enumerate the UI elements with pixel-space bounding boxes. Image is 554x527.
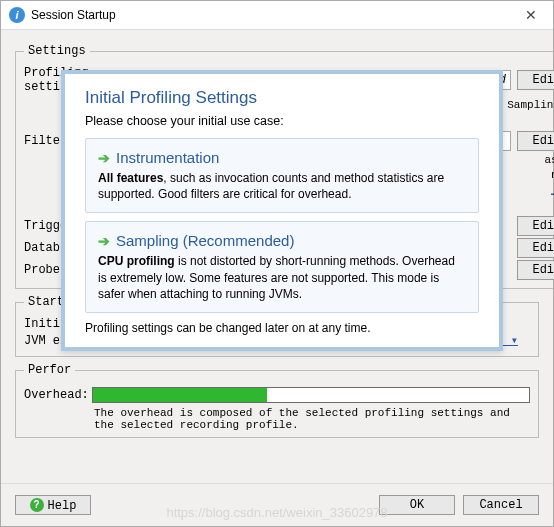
overhead-bar [92,387,530,403]
modal-subtitle: Please choose your initial use case: [85,114,479,128]
modal-title: Initial Profiling Settings [85,88,479,108]
window-title: Session Startup [31,8,116,22]
option-instrumentation-title: Instrumentation [116,149,219,166]
info-icon: i [9,7,25,23]
modal-footer-text: Profiling settings can be changed later … [85,321,479,335]
window-body: Settings Profiling settings: Template: I… [1,30,553,485]
database-edit-button[interactable]: Edit [517,238,554,258]
probe-edit-button[interactable]: Edit [517,260,554,280]
arrow-icon: ➔ [98,233,110,249]
arrow-icon: ➔ [98,150,110,166]
close-button[interactable]: ✕ [517,5,545,25]
option-sampling-title: Sampling (Recommended) [116,232,294,249]
session-startup-window: i Session Startup ✕ Settings Profiling s… [0,0,554,527]
option-sampling[interactable]: ➔ Sampling (Recommended) CPU profiling i… [85,221,479,313]
titlebar: i Session Startup ✕ [1,1,553,30]
cancel-button[interactable]: Cancel [463,495,539,515]
overhead-note: The overhead is composed of the selected… [94,407,530,431]
initial-profiling-modal: Initial Profiling Settings Please choose… [61,70,503,351]
settings-legend: Settings [24,44,90,58]
overhead-label: Overhead: [24,388,84,402]
help-icon: ? [30,498,44,512]
option-instrumentation-body: All features, such as invocation counts … [98,170,466,202]
profiling-edit-button[interactable]: Edit [517,70,554,90]
option-instrumentation[interactable]: ➔ Instrumentation All features, such as … [85,138,479,213]
filter-edit-button[interactable]: Edit [517,131,554,151]
trigger-edit-button[interactable]: Edit [517,216,554,236]
dialog-footer: ?Help OK Cancel [1,483,553,526]
performance-group: Perfor Overhead: The overhead is compose… [15,363,539,438]
overhead-fill [93,388,267,402]
performance-legend: Perfor [24,363,75,377]
help-button[interactable]: ?Help [15,495,91,516]
option-sampling-body: CPU profiling is not distorted by short-… [98,253,466,302]
ok-button[interactable]: OK [379,495,455,515]
